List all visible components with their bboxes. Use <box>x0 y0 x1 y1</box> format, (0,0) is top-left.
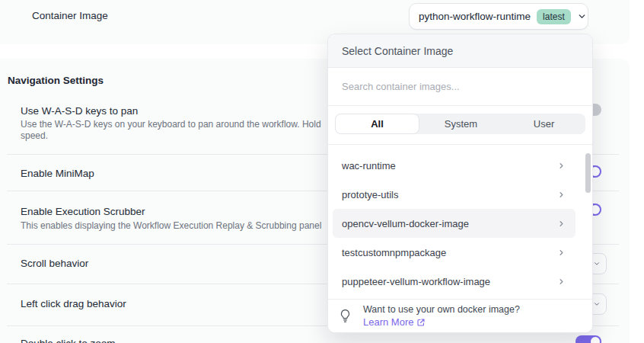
list-item-puppeteer-vellum-workflow-image[interactable]: puppeteer-vellum-workflow-image <box>333 267 575 296</box>
section-title: Navigation Settings <box>8 75 104 86</box>
list-item-opencv-vellum-docker-image[interactable]: opencv-vellum-docker-image <box>333 209 575 238</box>
tab-all[interactable]: All <box>335 114 419 134</box>
list-item-wac-runtime[interactable]: wac-runtime <box>333 151 575 180</box>
setting-desc-scrubber: This enables displaying the Workflow Exe… <box>21 220 321 231</box>
learn-more-label: Learn More <box>363 316 413 328</box>
double-click-zoom-toggle[interactable] <box>575 335 601 343</box>
tab-user[interactable]: User <box>502 114 585 134</box>
item-label: prototye-utils <box>342 189 398 200</box>
list-item-testcustomnpmpackage[interactable]: testcustomnpmpackage <box>333 238 575 267</box>
search-input[interactable] <box>328 68 592 105</box>
container-image-label: Container Image <box>32 10 108 21</box>
chevron-down-icon <box>593 260 601 268</box>
popover-footer: Want to use your own docker image? Learn… <box>328 299 592 332</box>
image-filter-tabs: All System User <box>335 114 585 134</box>
setting-title-minimap: Enable MiniMap <box>21 168 94 179</box>
setting-desc-wasd-line2: speed. <box>21 130 48 141</box>
chevron-right-icon <box>557 162 566 170</box>
learn-more-link[interactable]: Learn More <box>363 316 520 328</box>
version-badge: latest <box>537 9 571 24</box>
item-label: wac-runtime <box>342 160 396 172</box>
setting-title-scroll-behavior: Scroll behavior <box>21 258 88 269</box>
setting-title-double-click-zoom: Double click to zoom <box>21 338 116 343</box>
chevron-down-icon <box>593 300 601 308</box>
tab-system[interactable]: System <box>419 114 502 134</box>
item-label: testcustomnpmpackage <box>342 247 446 258</box>
external-link-icon <box>416 318 426 327</box>
setting-desc-wasd-line1: Use the W-A-S-D keys on your keyboard to… <box>21 119 321 130</box>
chevron-down-icon <box>577 11 587 21</box>
chevron-right-icon <box>557 248 566 257</box>
select-container-image-popover: Select Container Image All System User w… <box>327 34 593 333</box>
item-label: puppeteer-vellum-workflow-image <box>342 276 490 287</box>
footer-question: Want to use your own docker image? <box>363 304 520 315</box>
container-image-list: wac-runtime prototye-utils opencv-vellum… <box>328 145 592 296</box>
list-item-prototye-utils[interactable]: prototye-utils <box>333 180 575 209</box>
setting-title-scrubber: Enable Execution Scrubber <box>21 206 145 217</box>
chevron-right-icon <box>557 191 566 199</box>
popover-title: Select Container Image <box>328 34 592 68</box>
item-label: opencv-vellum-docker-image <box>342 218 469 229</box>
chevron-right-icon <box>557 277 566 286</box>
toggle-knob <box>591 337 600 343</box>
popover-scrollbar-thumb[interactable] <box>585 153 591 193</box>
setting-title-left-click-drag: Left click drag behavior <box>21 298 126 309</box>
search-box <box>328 68 592 106</box>
container-image-select-trigger[interactable]: python-workflow-runtime latest <box>409 3 588 30</box>
setting-title-wasd: Use W-A-S-D keys to pan <box>21 105 138 117</box>
selected-container-image: python-workflow-runtime <box>419 11 531 22</box>
lightbulb-icon <box>339 309 352 323</box>
chevron-right-icon <box>557 220 566 228</box>
